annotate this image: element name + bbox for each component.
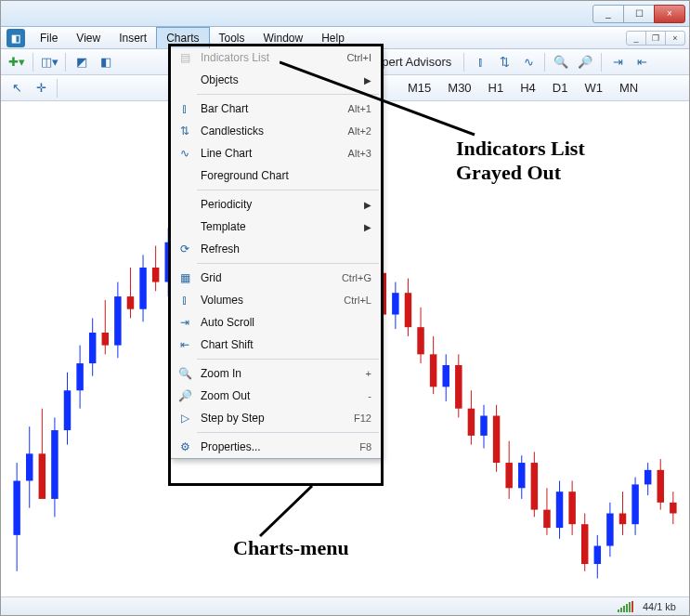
- crosshair-icon[interactable]: ✛: [31, 78, 51, 98]
- line-chart-icon[interactable]: ∿: [518, 52, 539, 72]
- menu-item-shortcut: Ctrl+L: [344, 295, 371, 306]
- svg-rect-15: [102, 333, 109, 346]
- timeframe-h1[interactable]: H1: [482, 78, 511, 98]
- menu-item-shortcut: -: [368, 390, 371, 401]
- menu-item-label: Auto Scroll: [195, 316, 371, 329]
- zoom-in-icon[interactable]: 🔍: [551, 52, 571, 72]
- menu-item-zoom-in[interactable]: 🔍Zoom In+: [171, 362, 381, 385]
- menu-separator: [197, 190, 379, 190]
- status-kb: 44/1 kb: [643, 601, 676, 612]
- svg-rect-71: [455, 365, 462, 409]
- navigator-icon[interactable]: ◧: [96, 52, 116, 72]
- svg-rect-97: [619, 514, 626, 525]
- svg-rect-21: [139, 268, 146, 309]
- svg-line-107: [260, 486, 312, 536]
- menu-separator: [197, 359, 379, 360]
- svg-rect-13: [89, 333, 96, 363]
- bar-chart-icon: ⫿: [175, 98, 195, 119]
- svg-rect-87: [556, 491, 563, 528]
- window-maximize-button[interactable]: ☐: [623, 5, 655, 23]
- menu-item-step-by-step[interactable]: ▷Step by StepF12: [171, 407, 381, 429]
- svg-rect-9: [64, 390, 71, 430]
- new-chart-icon[interactable]: ✚▾: [7, 52, 27, 72]
- candlestick-icon[interactable]: ⇅: [494, 52, 514, 72]
- menu-item-periodicity[interactable]: Periodicity▶: [171, 193, 381, 216]
- timeframe-d1[interactable]: D1: [546, 78, 575, 98]
- menu-item-grid[interactable]: ▦GridCtrl+G: [171, 267, 381, 289]
- svg-rect-83: [531, 463, 538, 510]
- menu-item-label: Volumes: [195, 294, 344, 307]
- menu-item-label: Zoom Out: [195, 389, 368, 402]
- svg-rect-1: [13, 481, 20, 535]
- menu-item-shortcut: F12: [354, 413, 371, 424]
- menu-item-template[interactable]: Template▶: [171, 216, 381, 238]
- svg-rect-7: [51, 430, 58, 499]
- menu-item-shortcut: Alt+3: [348, 148, 371, 159]
- annotation-pointer-2: [256, 486, 321, 540]
- blank-icon: [175, 194, 195, 215]
- svg-line-106: [280, 62, 475, 135]
- submenu-arrow-icon: ▶: [364, 200, 371, 210]
- menu-item-label: Template: [195, 220, 358, 233]
- autoscroll-icon[interactable]: ⇥: [607, 52, 628, 72]
- submenu-arrow-icon: ▶: [364, 222, 371, 232]
- zoom-out-icon[interactable]: 🔎: [575, 52, 595, 72]
- autoscroll-icon: ⇥: [175, 312, 195, 333]
- menu-item-label: Periodicity: [195, 198, 358, 211]
- cursor-icon[interactable]: ↖: [7, 78, 27, 98]
- svg-rect-3: [26, 453, 33, 480]
- svg-rect-67: [430, 354, 436, 387]
- menu-item-line-chart[interactable]: ∿Line ChartAlt+3: [171, 142, 381, 164]
- menu-item-label: Grid: [195, 271, 342, 284]
- svg-rect-5: [39, 453, 46, 499]
- menu-item-refresh[interactable]: ⟳Refresh: [171, 238, 381, 260]
- menu-item-chart-shift[interactable]: ⇤Chart Shift: [171, 334, 381, 356]
- menu-charts[interactable]: Charts: [156, 27, 209, 48]
- menu-item-foreground-chart[interactable]: Foreground Chart: [171, 164, 381, 187]
- mdi-minimize-button[interactable]: _: [626, 31, 646, 46]
- window-minimize-button[interactable]: _: [592, 5, 624, 23]
- menu-item-zoom-out[interactable]: 🔎Zoom Out-: [171, 385, 381, 407]
- menu-view[interactable]: View: [67, 27, 110, 48]
- svg-rect-79: [505, 463, 512, 488]
- line-chart-icon: ∿: [175, 143, 195, 164]
- statusbar: 44/1 kb: [1, 596, 689, 615]
- svg-rect-77: [493, 415, 500, 463]
- properties-icon: ⚙: [175, 437, 195, 457]
- mdi-close-button[interactable]: ×: [665, 31, 685, 46]
- svg-rect-65: [417, 327, 423, 354]
- svg-rect-85: [543, 510, 550, 528]
- menu-separator: [197, 432, 379, 433]
- menu-item-auto-scroll[interactable]: ⇥Auto Scroll: [171, 311, 381, 334]
- menu-item-properties[interactable]: ⚙Properties...F8: [171, 436, 381, 458]
- svg-rect-75: [480, 415, 487, 435]
- mdi-restore-button[interactable]: ❐: [645, 31, 666, 46]
- menu-insert[interactable]: Insert: [110, 27, 156, 48]
- menu-item-label: Properties...: [195, 440, 359, 453]
- svg-rect-81: [518, 463, 525, 488]
- svg-rect-11: [76, 363, 83, 390]
- timeframe-mn[interactable]: MN: [613, 78, 644, 98]
- refresh-icon: ⟳: [175, 239, 195, 259]
- svg-rect-63: [405, 293, 411, 327]
- timeframe-h4[interactable]: H4: [514, 78, 542, 98]
- market-watch-icon[interactable]: ◩: [72, 52, 92, 72]
- menu-item-label: Chart Shift: [195, 338, 371, 351]
- menu-file[interactable]: File: [31, 27, 67, 48]
- menu-item-label: Step by Step: [195, 412, 354, 425]
- svg-rect-95: [606, 514, 613, 546]
- volumes-icon: ⫿: [175, 290, 195, 310]
- annotation-charts-menu: Charts-menu: [233, 536, 349, 560]
- grid-icon: ▦: [175, 268, 195, 288]
- window-close-button[interactable]: ×: [654, 5, 685, 23]
- chartshift-icon[interactable]: ⇤: [631, 52, 652, 72]
- menu-item-label: Refresh: [195, 242, 371, 256]
- zoom-out-icon: 🔎: [175, 386, 195, 406]
- list-icon: ▤: [175, 47, 195, 68]
- svg-rect-91: [581, 524, 588, 564]
- menu-item-label: Zoom In: [195, 367, 366, 380]
- svg-rect-103: [657, 470, 664, 503]
- menu-item-volumes[interactable]: ⫿VolumesCtrl+L: [171, 289, 381, 311]
- timeframe-w1[interactable]: W1: [578, 78, 609, 98]
- profiles-icon[interactable]: ◫▾: [39, 52, 59, 72]
